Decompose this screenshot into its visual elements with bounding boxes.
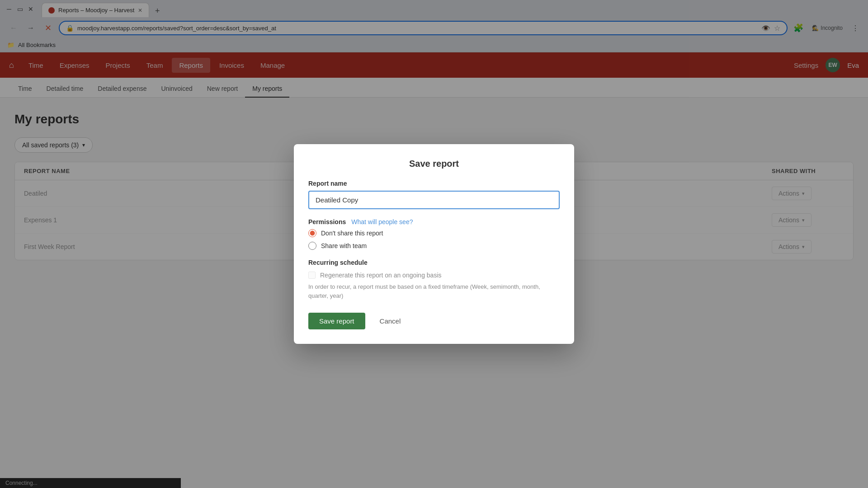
radio-no-share-label: Don't share this report — [321, 230, 383, 237]
cancel-button[interactable]: Cancel — [371, 313, 410, 329]
permissions-group: Permissions What will people see? Don't … — [308, 218, 560, 250]
radio-share-team-input[interactable] — [308, 242, 316, 250]
recurring-checkbox-item: Regenerate this report on an ongoing bas… — [308, 272, 560, 279]
save-report-modal: Save report Report name Permissions What… — [294, 144, 574, 344]
modal-actions: Save report Cancel — [308, 313, 560, 329]
report-name-label: Report name — [308, 180, 560, 187]
radio-group: Don't share this report Share with team — [308, 229, 560, 250]
recurring-note: In order to recur, a report must be base… — [308, 282, 560, 300]
report-name-input[interactable] — [308, 191, 560, 209]
modal-overlay: Save report Report name Permissions What… — [0, 0, 868, 488]
radio-no-share[interactable]: Don't share this report — [308, 229, 560, 237]
permissions-label: Permissions — [308, 218, 346, 225]
report-name-group: Report name — [308, 180, 560, 209]
radio-share-team-label: Share with team — [321, 242, 367, 249]
permissions-row: Permissions What will people see? — [308, 218, 560, 225]
recurring-title: Recurring schedule — [308, 259, 560, 266]
recurring-checkbox[interactable] — [308, 272, 316, 279]
modal-title: Save report — [308, 159, 560, 169]
radio-no-share-input[interactable] — [308, 229, 316, 237]
save-report-button[interactable]: Save report — [308, 313, 365, 329]
recurring-checkbox-label: Regenerate this report on an ongoing bas… — [320, 272, 442, 279]
radio-share-team[interactable]: Share with team — [308, 242, 560, 250]
permissions-help-link[interactable]: What will people see? — [351, 218, 413, 225]
recurring-group: Recurring schedule Regenerate this repor… — [308, 259, 560, 300]
